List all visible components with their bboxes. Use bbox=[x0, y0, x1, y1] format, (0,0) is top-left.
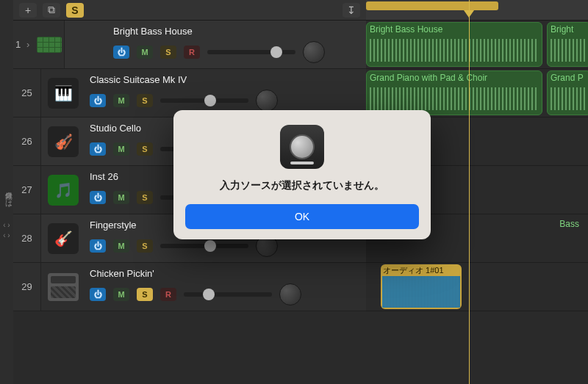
logic-app-icon bbox=[280, 125, 324, 169]
ok-button[interactable]: OK bbox=[185, 204, 419, 229]
dialog-message: 入力ソースが選択されていません。 bbox=[185, 179, 419, 192]
playhead[interactable] bbox=[469, 0, 470, 384]
alert-dialog: 入力ソースが選択されていません。 OK bbox=[173, 110, 431, 239]
